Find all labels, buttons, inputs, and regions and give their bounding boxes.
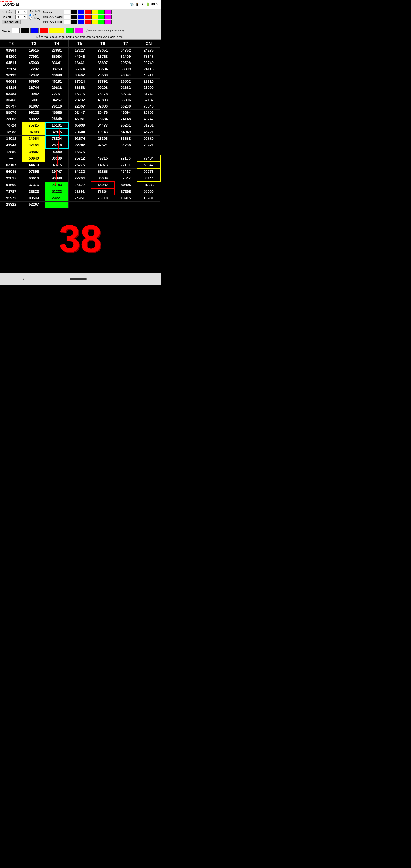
cell-r12-c3[interactable]: 05939 (68, 122, 91, 129)
cell-r24-c3[interactable] (68, 202, 91, 208)
cell-r12-c6[interactable]: 31701 (137, 122, 160, 129)
cell-r8-c1[interactable]: 16031 (23, 97, 45, 103)
cell-r2-c3[interactable]: 16461 (68, 60, 91, 66)
cell-r3-c4[interactable]: 88584 (91, 66, 114, 72)
cell-r14-c2[interactable]: 78804 (45, 135, 68, 142)
cell-r17-c0[interactable]: — (0, 155, 23, 162)
cell-r12-c5[interactable]: 95201 (114, 122, 137, 129)
cell-r4-c6[interactable]: 40911 (137, 72, 160, 79)
cell-r9-c0[interactable]: 28797 (0, 103, 23, 110)
cell-r22-c2[interactable]: 51223 (45, 188, 68, 195)
cell-r18-c1[interactable]: 44410 (23, 162, 45, 168)
cell-r19-c4[interactable]: 51855 (91, 168, 114, 175)
cell-r4-c5[interactable]: 93894 (114, 72, 137, 79)
swatch-green[interactable] (65, 28, 74, 33)
cell-r7-c3[interactable]: 15315 (68, 91, 91, 97)
cell-r11-c5[interactable]: 24148 (114, 116, 137, 122)
cell-r8-c2[interactable]: 34257 (45, 97, 68, 103)
cell-r9-c3[interactable]: 22867 (68, 103, 91, 110)
cell-r12-c0[interactable]: 70724 (0, 122, 23, 129)
cell-r20-c6[interactable]: 36144 (137, 175, 160, 182)
cell-r7-c4[interactable]: 75178 (91, 91, 114, 97)
cell-r14-c0[interactable]: 14012 (0, 135, 23, 142)
cell-r2-c2[interactable]: 83641 (45, 60, 68, 66)
cell-r14-c4[interactable]: 26396 (91, 135, 114, 142)
cell-r11-c1[interactable]: 83022 (23, 116, 45, 122)
cell-r22-c5[interactable]: 87368 (114, 188, 137, 195)
cell-r9-c6[interactable]: 70840 (137, 103, 160, 110)
cell-r16-c3[interactable]: 16875 (68, 149, 91, 155)
cell-r6-c6[interactable]: 25000 (137, 85, 160, 91)
mau-chu2-red[interactable] (85, 20, 91, 24)
cell-r11-c2[interactable]: 26849 (45, 116, 68, 122)
cell-r9-c4[interactable]: 82830 (91, 103, 114, 110)
cell-r17-c2[interactable]: 80389 (45, 155, 68, 162)
cell-r7-c1[interactable]: 19942 (23, 91, 45, 97)
cell-r5-c1[interactable]: 63990 (23, 79, 45, 85)
cell-r16-c5[interactable]: — (114, 149, 137, 155)
mau-chu3-white[interactable] (64, 15, 70, 19)
cell-r20-c4[interactable]: 36089 (91, 175, 114, 182)
cell-r6-c4[interactable]: 09208 (91, 85, 114, 91)
cell-r4-c3[interactable]: 88962 (68, 72, 91, 79)
cell-r17-c3[interactable]: 75712 (68, 155, 91, 162)
cell-r4-c4[interactable]: 23568 (91, 72, 114, 79)
cell-r10-c1[interactable]: 99233 (23, 110, 45, 116)
cell-r8-c5[interactable]: 36896 (114, 97, 137, 103)
cell-r3-c2[interactable]: 08753 (45, 66, 68, 72)
cell-r2-c0[interactable]: 64511 (0, 60, 23, 66)
cell-r14-c6[interactable]: 90880 (137, 135, 160, 142)
cell-r20-c5[interactable]: 37647 (114, 175, 137, 182)
cell-r1-c6[interactable]: 75348 (137, 54, 160, 60)
mau-chu3-red[interactable] (85, 15, 91, 19)
cell-r1-c3[interactable]: 44946 (68, 54, 91, 60)
cell-r10-c5[interactable]: 46694 (114, 110, 137, 116)
mau-nen-blue[interactable] (78, 10, 84, 14)
cell-r21-c4[interactable]: 45982 (91, 182, 114, 188)
cell-r24-c4[interactable] (91, 202, 114, 208)
mau-chu3-yellow[interactable] (91, 15, 98, 19)
swatch-red[interactable] (40, 28, 48, 33)
cell-r18-c6[interactable]: 60347 (137, 162, 160, 168)
cell-r17-c6[interactable]: 79434 (137, 155, 160, 162)
cell-r23-c6[interactable]: 18901 (137, 195, 160, 202)
cell-r21-c3[interactable]: 26422 (68, 182, 91, 188)
cell-r1-c1[interactable]: 77901 (23, 54, 45, 60)
cell-r14-c1[interactable]: 14954 (23, 135, 45, 142)
cell-r1-c0[interactable]: 94200 (0, 54, 23, 60)
cell-r7-c5[interactable]: 89736 (114, 91, 137, 97)
cell-r2-c4[interactable]: 65897 (91, 60, 114, 66)
cell-r17-c1[interactable]: 50940 (23, 155, 45, 162)
cell-r18-c5[interactable]: 22191 (114, 162, 137, 168)
cell-r13-c1[interactable]: 94908 (23, 129, 45, 135)
cell-r0-c3[interactable]: 17227 (68, 48, 91, 54)
radio-khong[interactable]: Không (29, 17, 40, 20)
cell-r21-c6[interactable]: 04635 (137, 182, 160, 188)
cell-r12-c4[interactable]: 04477 (91, 122, 114, 129)
cell-r21-c5[interactable]: 80805 (114, 182, 137, 188)
cell-r22-c6[interactable]: 55060 (137, 188, 160, 195)
mau-nen-magenta[interactable] (105, 10, 112, 14)
co-chu-select[interactable]: 35 30 (15, 15, 27, 19)
cell-r20-c0[interactable]: 99817 (0, 175, 23, 182)
cell-r20-c2[interactable]: 90398 (45, 175, 68, 182)
cell-r3-c1[interactable]: 17237 (23, 66, 45, 72)
cell-r16-c1[interactable]: 38897 (23, 149, 45, 155)
cell-r10-c3[interactable]: 02447 (68, 110, 91, 116)
cell-r14-c5[interactable]: 33658 (114, 135, 137, 142)
cell-r19-c6[interactable]: 00776 (137, 168, 160, 175)
cell-r5-c0[interactable]: 56043 (0, 79, 23, 85)
cell-r18-c0[interactable]: 63107 (0, 162, 23, 168)
cell-r0-c1[interactable]: 19515 (23, 48, 45, 54)
swatch-yellow[interactable] (49, 28, 64, 33)
cell-r23-c4[interactable]: 73118 (91, 195, 114, 202)
cell-r7-c6[interactable]: 31742 (137, 91, 160, 97)
swatch-black[interactable] (21, 28, 29, 33)
cell-r1-c4[interactable]: 16768 (91, 54, 114, 60)
mau-nen-black[interactable] (71, 10, 77, 14)
cell-r15-c2[interactable]: 26710 (45, 142, 68, 149)
cell-r5-c2[interactable]: 46181 (45, 79, 68, 85)
cell-r6-c0[interactable]: 04116 (0, 85, 23, 91)
cell-r23-c2[interactable]: 29221 (45, 195, 68, 202)
cell-r11-c6[interactable]: 43242 (137, 116, 160, 122)
